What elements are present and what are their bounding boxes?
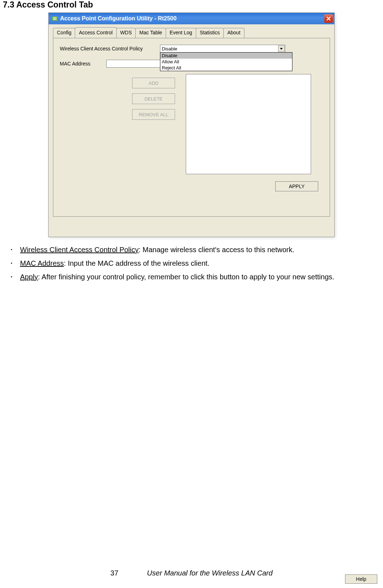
policy-dropdown-list[interactable]: Disable Allow All Reject All [160,52,292,71]
policy-option-disable[interactable]: Disable [160,53,292,59]
page-footer: 37 User Manual for the Wireless LAN Card [0,569,383,577]
tab-mac-table[interactable]: Mac Table [135,28,166,38]
bullet-term: MAC Address [20,259,64,267]
tab-about[interactable]: About [223,28,244,38]
policy-selected-value: Disable [162,46,177,52]
tab-bar: Config Access Control WDS Mac Table Even… [49,24,334,38]
window-title: Access Point Configuration Utility - Rt2… [60,15,176,22]
tab-statistics[interactable]: Statistics [196,28,224,38]
address-listbox[interactable] [186,74,311,174]
chevron-down-icon[interactable] [278,45,285,52]
svg-rect-1 [53,17,57,18]
bullet-desc: : After finishing your control policy, r… [38,273,334,281]
apply-button[interactable]: APPLY [275,181,318,191]
bullet-desc: : Manage wireless client's access to thi… [139,246,294,254]
bullet-policy: Wireless Client Access Control Policy: M… [6,244,380,256]
close-button[interactable] [324,14,333,23]
bullet-term: Wireless Client Access Control Policy [20,246,139,254]
window-bottom-bar: Help [49,220,334,237]
tab-panel: Wireless Client Access Control Policy Di… [53,38,330,217]
footer-doc-title: User Manual for the Wireless LAN Card [147,569,273,577]
svg-rect-2 [53,18,57,19]
policy-option-allow-all[interactable]: Allow All [160,59,292,65]
tab-wds[interactable]: WDS [116,28,136,38]
window-titlebar[interactable]: Access Point Configuration Utility - Rt2… [49,13,334,24]
bullet-term: Apply [20,273,38,281]
close-icon [326,16,331,21]
tab-access-control[interactable]: Access Control [75,27,116,37]
delete-button[interactable]: DELETE [132,93,175,104]
add-button[interactable]: ADD [132,78,175,88]
bullet-mac: MAC Address: Input the MAC address of th… [6,257,380,269]
section-heading: 7.3 Access Control Tab [3,0,380,10]
bullet-apply: Apply: After finishing your control poli… [6,271,380,283]
mac-address-input[interactable] [106,60,167,68]
policy-dropdown[interactable]: Disable Disable Allow All Reject All [160,45,285,53]
svg-rect-3 [53,19,57,20]
config-window: Access Point Configuration Utility - Rt2… [48,13,335,237]
page-number: 37 [110,569,118,577]
policy-option-reject-all[interactable]: Reject All [160,65,292,71]
mac-address-label: MAC Address [60,61,106,67]
remove-all-button[interactable]: REMOVE ALL [132,109,175,120]
bullet-desc: : Input the MAC address of the wireless … [64,259,209,267]
policy-label: Wireless Client Access Control Policy [60,46,160,52]
tab-event-log[interactable]: Event Log [166,28,196,38]
app-icon [52,15,58,22]
tab-config[interactable]: Config [53,28,75,38]
description-list: Wireless Client Access Control Policy: M… [3,244,380,283]
